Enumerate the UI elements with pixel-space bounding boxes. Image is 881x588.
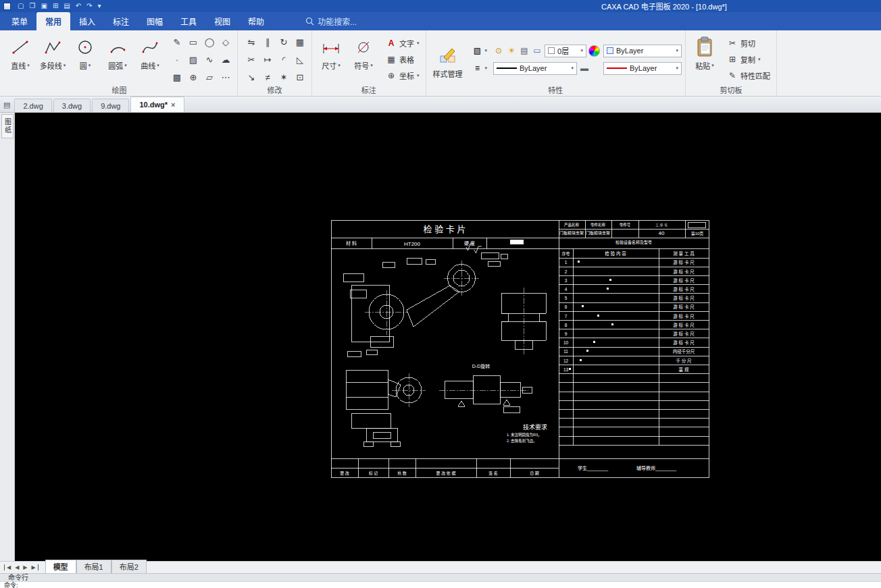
print-icon[interactable]: ▤: [64, 1, 70, 11]
wave-tool-icon[interactable]: ∿: [201, 51, 218, 68]
chevron-down-icon: ▾: [572, 65, 574, 71]
doc-tab-3dwg[interactable]: 3.dwg: [53, 99, 91, 112]
hatch-tool-icon[interactable]: ▨: [185, 51, 201, 68]
layer-on-icon[interactable]: ⊙: [493, 46, 504, 55]
doc-tab-2dwg[interactable]: 2.dwg: [14, 99, 51, 112]
sheet-panel-tab[interactable]: 图纸: [1, 114, 14, 138]
match-properties-button[interactable]: ✎ 特性匹配: [724, 68, 773, 83]
menu-tab-home[interactable]: 常用: [36, 12, 70, 30]
drawing-canvas[interactable]: 检 验 卡 片 产品名称 零件名称 零件号 工 序 号 门板模块支架 门板模块支…: [15, 113, 881, 561]
draw-arc-button[interactable]: 圆弧▾: [102, 32, 133, 86]
offset-tool-icon[interactable]: ∥: [259, 33, 276, 51]
region-tool-icon[interactable]: ▱: [201, 68, 218, 86]
trim-tool-icon[interactable]: ✂: [243, 51, 259, 68]
rotate-tool-icon[interactable]: ↻: [276, 33, 292, 51]
cloud-tool-icon[interactable]: ☁: [218, 51, 234, 68]
paste-label: 粘贴: [695, 60, 710, 71]
color-select[interactable]: ByLayer ▾: [603, 45, 682, 57]
menu-tab-sheet[interactable]: 图幅: [138, 12, 172, 30]
ellipse-tool-icon[interactable]: ◯: [201, 33, 218, 51]
sketch-tool-icon[interactable]: ✎: [169, 33, 185, 51]
explode-tool-icon[interactable]: ✶: [276, 68, 292, 86]
paste-button[interactable]: 粘贴▾: [689, 32, 720, 86]
layer-print-icon[interactable]: ▤: [519, 46, 530, 55]
coordinate-button[interactable]: ⊕ 坐标 ▾: [383, 68, 422, 83]
cut-label: 剪切: [740, 38, 755, 49]
point-tool-icon[interactable]: ∙: [169, 51, 185, 68]
command-panel-header[interactable]: 命令行: [0, 573, 881, 581]
text-button[interactable]: A 文字 ▾: [383, 36, 422, 51]
menu-tab-insert[interactable]: 插入: [70, 12, 104, 30]
draw-circle-button[interactable]: 圆▾: [70, 32, 101, 86]
fill-tool-icon[interactable]: ▩: [169, 68, 185, 86]
draw-line-button[interactable]: 直线▾: [5, 32, 36, 86]
layer-lock-icon[interactable]: ▭: [532, 46, 543, 55]
ribbon-group-draw: 直线▾ 多段线▾ 圆▾: [1, 30, 238, 96]
list-options-button[interactable]: ≡ ▾: [470, 62, 490, 75]
center-mark-tool-icon[interactable]: ⊕: [185, 68, 201, 86]
inspection-row-no: 13: [563, 367, 569, 372]
array-tool-icon[interactable]: ▦: [292, 33, 308, 51]
dimension-button[interactable]: 尺寸▾: [316, 32, 347, 86]
first-layout-icon[interactable]: ◀: [4, 564, 13, 570]
chevron-down-icon: ▾: [27, 63, 30, 68]
scale-tool-icon[interactable]: ⊡: [292, 68, 308, 86]
inspection-table-rows: 1游 标 卡 尺2游 标 卡 尺3游 标 卡 尺4游 标 卡 尺5游 标 卡 尺…: [559, 259, 709, 445]
cut-button[interactable]: ✂ 剪切: [724, 36, 773, 51]
layer-value: 0层: [557, 45, 569, 56]
break-tool-icon[interactable]: ≠: [259, 68, 276, 86]
menu-tab-menu[interactable]: 菜单: [3, 12, 36, 30]
qat-more-icon[interactable]: ▾: [98, 1, 101, 11]
tab-layout1[interactable]: 布局1: [76, 560, 111, 573]
color-wheel-icon[interactable]: [588, 45, 600, 57]
save-all-icon[interactable]: ⊞: [53, 1, 58, 11]
stretch-tool-icon[interactable]: ↘: [243, 68, 259, 86]
layer-select[interactable]: 0层 ▾: [545, 45, 586, 57]
draw-polyline-button[interactable]: 多段线▾: [37, 32, 68, 86]
menu-tab-annotate[interactable]: 标注: [104, 12, 138, 30]
copy-label: 复制: [740, 54, 755, 65]
inspection-row-no: 6: [565, 304, 568, 309]
product-name-label: 产品名称: [564, 222, 580, 228]
extend-tool-icon[interactable]: ↦: [259, 51, 276, 68]
polygon-tool-icon[interactable]: ◇: [218, 33, 234, 51]
table-button[interactable]: ▦ 表格: [383, 52, 422, 67]
undo-icon[interactable]: ↶: [76, 1, 81, 11]
tab-layout2[interactable]: 布局2: [111, 560, 147, 573]
layer-freeze-icon[interactable]: ☀: [506, 46, 517, 55]
command-prompt[interactable]: 命令:: [0, 581, 881, 588]
rectangle-tool-icon[interactable]: ▭: [185, 33, 201, 51]
display-style-button[interactable]: ▧ ▾: [470, 45, 490, 57]
fillet-tool-icon[interactable]: ◜: [276, 51, 292, 68]
menu-tab-help[interactable]: 帮助: [239, 12, 273, 30]
next-layout-icon[interactable]: ▶: [21, 564, 29, 570]
part-view-side: [501, 288, 546, 355]
more-draw-tools-icon[interactable]: ⋯: [218, 68, 234, 86]
prev-layout-icon[interactable]: ◀: [13, 564, 21, 570]
doc-tab-9dwg[interactable]: 9.dwg: [92, 99, 129, 112]
chamfer-tool-icon[interactable]: ◺: [292, 51, 308, 68]
linetype-select[interactable]: ByLayer ▾: [493, 62, 577, 75]
copy-button[interactable]: ⊞ 复制 ▾: [724, 52, 773, 67]
style-manager-label: 样式管理: [433, 68, 463, 79]
lineweight-select[interactable]: ByLayer ▾: [603, 62, 682, 75]
doc-tab-10dwg[interactable]: 10.dwg* ×: [130, 97, 184, 112]
save-icon[interactable]: ▣: [41, 1, 47, 11]
function-search[interactable]: 功能搜索...: [305, 16, 357, 27]
menu-tab-tools[interactable]: 工具: [172, 12, 205, 30]
style-manager-button[interactable]: 样式管理: [430, 41, 466, 79]
close-tab-icon[interactable]: ×: [171, 101, 175, 109]
color-swatch: [607, 47, 613, 54]
menu-tab-view[interactable]: 视图: [205, 12, 239, 30]
redo-icon[interactable]: ↷: [86, 1, 92, 11]
layout-tabs: 模型 布局1 布局2: [45, 562, 147, 573]
last-layout-icon[interactable]: ▶: [29, 564, 38, 570]
draw-spline-button[interactable]: 曲线▾: [134, 32, 166, 86]
tab-model[interactable]: 模型: [45, 560, 76, 573]
open-file-icon[interactable]: ❒: [29, 1, 35, 11]
mirror-tool-icon[interactable]: ⇋: [243, 33, 259, 51]
document-list-icon[interactable]: ▤: [3, 101, 10, 109]
new-file-icon[interactable]: ▢: [18, 1, 24, 11]
symbol-button[interactable]: 符号▾: [348, 32, 379, 86]
lineweight-icon[interactable]: ▬: [579, 63, 590, 73]
